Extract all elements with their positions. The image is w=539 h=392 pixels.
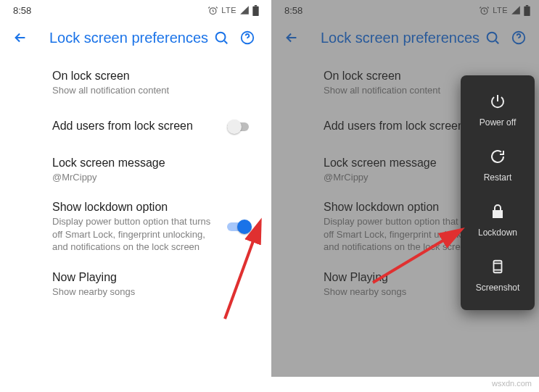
power-icon bbox=[487, 91, 508, 112]
page-title: Lock screen preferences bbox=[321, 30, 480, 46]
search-button[interactable] bbox=[480, 25, 506, 51]
power-menu-lockdown[interactable]: Lockdown bbox=[461, 193, 535, 248]
alarm-icon bbox=[479, 5, 490, 16]
help-button[interactable] bbox=[506, 25, 532, 51]
help-icon bbox=[239, 30, 255, 46]
power-menu-restart[interactable]: Restart bbox=[461, 138, 535, 193]
restart-icon bbox=[487, 146, 508, 167]
setting-now-playing[interactable]: Now Playing Show nearby songs bbox=[0, 262, 268, 307]
search-icon bbox=[213, 30, 229, 46]
svg-point-3 bbox=[216, 33, 226, 42]
power-menu-label: Lockdown bbox=[478, 228, 517, 238]
setting-subtitle: Display power button option that turns o… bbox=[52, 215, 220, 254]
lte-label: LTE bbox=[493, 6, 508, 14]
setting-subtitle: Show nearby songs bbox=[52, 285, 244, 299]
setting-lock-message[interactable]: Lock screen message @MrCippy bbox=[0, 148, 268, 193]
power-menu: Power off Restart Lockdown Screenshot bbox=[461, 75, 535, 310]
svg-rect-8 bbox=[526, 5, 528, 7]
help-button[interactable] bbox=[234, 25, 260, 51]
status-right: LTE bbox=[479, 5, 530, 16]
svg-rect-7 bbox=[524, 6, 530, 15]
setting-title: Now Playing bbox=[52, 271, 244, 284]
svg-rect-2 bbox=[255, 5, 257, 7]
setting-title: Add users from lock screen bbox=[52, 120, 220, 133]
app-bar: Lock screen preferences bbox=[271, 20, 539, 55]
status-time: 8:58 bbox=[13, 5, 31, 16]
svg-rect-11 bbox=[494, 261, 502, 273]
status-time: 8:58 bbox=[284, 5, 303, 16]
setting-show-lockdown[interactable]: Show lockdown option Display power butto… bbox=[0, 192, 268, 262]
status-right: LTE bbox=[207, 5, 259, 16]
power-menu-screenshot[interactable]: Screenshot bbox=[461, 248, 535, 303]
battery-icon bbox=[252, 5, 259, 16]
back-button[interactable] bbox=[279, 25, 305, 51]
settings-list: On lock screen Show all notification con… bbox=[0, 55, 268, 306]
phone-right: 8:58 LTE Lock screen preferences bbox=[271, 0, 539, 377]
battery-icon bbox=[524, 5, 530, 16]
lock-icon bbox=[487, 201, 508, 222]
toggle-show-lockdown[interactable] bbox=[227, 220, 252, 233]
status-bar: 8:58 LTE bbox=[0, 0, 268, 20]
power-menu-label: Screenshot bbox=[476, 283, 520, 293]
app-bar: Lock screen preferences bbox=[0, 20, 268, 55]
power-menu-label: Restart bbox=[484, 172, 512, 183]
search-button[interactable] bbox=[208, 25, 234, 51]
signal-icon bbox=[239, 5, 250, 15]
setting-title: Show lockdown option bbox=[52, 201, 220, 214]
svg-point-9 bbox=[487, 33, 497, 42]
setting-on-lock-screen[interactable]: On lock screen Show all notification con… bbox=[0, 61, 268, 106]
setting-title: On lock screen bbox=[52, 70, 244, 83]
power-menu-power-off[interactable]: Power off bbox=[461, 83, 535, 138]
status-bar: 8:58 LTE bbox=[271, 0, 539, 20]
back-button[interactable] bbox=[7, 25, 33, 51]
watermark: wsxdn.com bbox=[492, 379, 532, 388]
search-icon bbox=[485, 30, 501, 46]
toggle-add-users[interactable] bbox=[227, 120, 252, 133]
lte-label: LTE bbox=[221, 6, 236, 14]
arrow-back-icon bbox=[284, 30, 300, 46]
help-icon bbox=[511, 30, 527, 46]
alarm-icon bbox=[207, 5, 218, 16]
setting-add-users[interactable]: Add users from lock screen bbox=[0, 106, 268, 148]
setting-subtitle: Show all notification content bbox=[52, 84, 244, 97]
power-menu-label: Power off bbox=[480, 117, 516, 128]
svg-rect-1 bbox=[252, 6, 258, 15]
setting-title: Lock screen message bbox=[52, 157, 244, 170]
screenshot-icon bbox=[487, 257, 508, 277]
page-title: Lock screen preferences bbox=[49, 30, 208, 46]
arrow-back-icon bbox=[12, 30, 28, 46]
signal-icon bbox=[511, 5, 521, 15]
setting-subtitle: @MrCippy bbox=[52, 171, 244, 184]
phone-left: 8:58 LTE Lock screen preferences bbox=[0, 0, 268, 377]
